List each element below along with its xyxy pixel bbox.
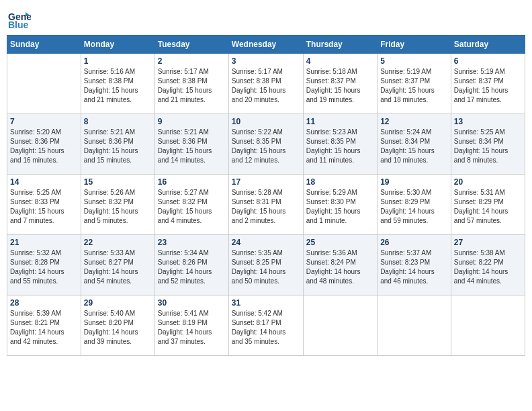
calendar-cell: 30Sunrise: 5:41 AM Sunset: 8:19 PM Dayli… bbox=[154, 295, 228, 356]
header: General Blue bbox=[7, 7, 525, 31]
day-info: Sunrise: 5:31 AM Sunset: 8:29 PM Dayligh… bbox=[454, 188, 522, 226]
day-info: Sunrise: 5:25 AM Sunset: 8:33 PM Dayligh… bbox=[10, 188, 78, 226]
calendar-cell: 16Sunrise: 5:27 AM Sunset: 8:32 PM Dayli… bbox=[154, 175, 228, 235]
calendar-week-row: 21Sunrise: 5:32 AM Sunset: 8:28 PM Dayli… bbox=[7, 235, 525, 295]
day-info: Sunrise: 5:18 AM Sunset: 8:37 PM Dayligh… bbox=[306, 67, 374, 105]
day-info: Sunrise: 5:21 AM Sunset: 8:36 PM Dayligh… bbox=[158, 128, 226, 165]
day-info: Sunrise: 5:40 AM Sunset: 8:20 PM Dayligh… bbox=[84, 309, 152, 347]
day-number: 2 bbox=[158, 56, 226, 66]
calendar-cell: 14Sunrise: 5:25 AM Sunset: 8:33 PM Dayli… bbox=[7, 175, 81, 235]
calendar-cell: 29Sunrise: 5:40 AM Sunset: 8:20 PM Dayli… bbox=[81, 295, 154, 356]
day-info: Sunrise: 5:19 AM Sunset: 8:37 PM Dayligh… bbox=[454, 67, 522, 105]
day-info: Sunrise: 5:20 AM Sunset: 8:36 PM Dayligh… bbox=[10, 128, 78, 165]
calendar-cell: 31Sunrise: 5:42 AM Sunset: 8:17 PM Dayli… bbox=[228, 295, 303, 356]
day-info: Sunrise: 5:19 AM Sunset: 8:37 PM Dayligh… bbox=[380, 67, 448, 105]
day-info: Sunrise: 5:36 AM Sunset: 8:24 PM Dayligh… bbox=[306, 248, 374, 286]
day-info: Sunrise: 5:30 AM Sunset: 8:29 PM Dayligh… bbox=[380, 188, 448, 226]
calendar-cell bbox=[378, 295, 451, 356]
calendar-cell: 3Sunrise: 5:17 AM Sunset: 8:38 PM Daylig… bbox=[228, 54, 303, 114]
day-number: 24 bbox=[232, 238, 300, 247]
calendar-cell: 4Sunrise: 5:18 AM Sunset: 8:37 PM Daylig… bbox=[303, 54, 377, 114]
day-number: 17 bbox=[232, 177, 300, 187]
calendar-cell: 21Sunrise: 5:32 AM Sunset: 8:28 PM Dayli… bbox=[7, 235, 81, 295]
day-number: 18 bbox=[306, 177, 374, 187]
calendar-week-row: 14Sunrise: 5:25 AM Sunset: 8:33 PM Dayli… bbox=[7, 175, 525, 235]
calendar-week-row: 7Sunrise: 5:20 AM Sunset: 8:36 PM Daylig… bbox=[7, 114, 525, 175]
calendar-cell: 7Sunrise: 5:20 AM Sunset: 8:36 PM Daylig… bbox=[7, 114, 81, 175]
calendar-cell: 27Sunrise: 5:38 AM Sunset: 8:22 PM Dayli… bbox=[451, 235, 525, 295]
calendar-cell: 18Sunrise: 5:29 AM Sunset: 8:30 PM Dayli… bbox=[303, 175, 377, 235]
calendar-cell: 8Sunrise: 5:21 AM Sunset: 8:36 PM Daylig… bbox=[81, 114, 154, 175]
day-info: Sunrise: 5:23 AM Sunset: 8:35 PM Dayligh… bbox=[306, 128, 374, 165]
calendar-cell: 25Sunrise: 5:36 AM Sunset: 8:24 PM Dayli… bbox=[303, 235, 377, 295]
day-number: 11 bbox=[306, 117, 374, 126]
weekday-header: Tuesday bbox=[154, 36, 228, 54]
day-number: 27 bbox=[454, 238, 522, 247]
calendar-cell: 15Sunrise: 5:26 AM Sunset: 8:32 PM Dayli… bbox=[81, 175, 154, 235]
day-info: Sunrise: 5:41 AM Sunset: 8:19 PM Dayligh… bbox=[158, 309, 226, 347]
day-number: 5 bbox=[380, 56, 448, 66]
calendar-cell: 22Sunrise: 5:33 AM Sunset: 8:27 PM Dayli… bbox=[81, 235, 154, 295]
day-number: 6 bbox=[454, 56, 522, 66]
day-number: 16 bbox=[158, 177, 226, 187]
logo-icon: General Blue bbox=[7, 7, 31, 31]
weekday-header: Monday bbox=[81, 36, 154, 54]
calendar-cell: 17Sunrise: 5:28 AM Sunset: 8:31 PM Dayli… bbox=[228, 175, 303, 235]
day-info: Sunrise: 5:37 AM Sunset: 8:23 PM Dayligh… bbox=[380, 248, 448, 286]
day-number: 13 bbox=[454, 117, 522, 126]
day-info: Sunrise: 5:35 AM Sunset: 8:25 PM Dayligh… bbox=[232, 248, 300, 286]
day-number: 25 bbox=[306, 238, 374, 247]
calendar-cell: 23Sunrise: 5:34 AM Sunset: 8:26 PM Dayli… bbox=[154, 235, 228, 295]
calendar-table: SundayMondayTuesdayWednesdayThursdayFrid… bbox=[7, 35, 525, 356]
day-number: 7 bbox=[10, 117, 78, 126]
day-number: 30 bbox=[158, 298, 226, 308]
calendar-cell: 1Sunrise: 5:16 AM Sunset: 8:38 PM Daylig… bbox=[81, 54, 154, 114]
day-info: Sunrise: 5:21 AM Sunset: 8:36 PM Dayligh… bbox=[84, 128, 152, 165]
calendar-cell: 2Sunrise: 5:17 AM Sunset: 8:38 PM Daylig… bbox=[154, 54, 228, 114]
day-info: Sunrise: 5:34 AM Sunset: 8:26 PM Dayligh… bbox=[158, 248, 226, 286]
day-info: Sunrise: 5:29 AM Sunset: 8:30 PM Dayligh… bbox=[306, 188, 374, 226]
day-info: Sunrise: 5:24 AM Sunset: 8:34 PM Dayligh… bbox=[380, 128, 448, 165]
calendar-week-row: 28Sunrise: 5:39 AM Sunset: 8:21 PM Dayli… bbox=[7, 295, 525, 356]
day-info: Sunrise: 5:38 AM Sunset: 8:22 PM Dayligh… bbox=[454, 248, 522, 286]
day-number: 8 bbox=[84, 117, 152, 126]
calendar-header: SundayMondayTuesdayWednesdayThursdayFrid… bbox=[7, 36, 525, 54]
calendar-cell: 13Sunrise: 5:25 AM Sunset: 8:34 PM Dayli… bbox=[451, 114, 525, 175]
day-number: 31 bbox=[232, 298, 300, 308]
day-number: 10 bbox=[232, 117, 300, 126]
calendar-cell bbox=[303, 295, 377, 356]
day-number: 26 bbox=[380, 238, 448, 247]
day-number: 22 bbox=[84, 238, 152, 247]
calendar-cell: 12Sunrise: 5:24 AM Sunset: 8:34 PM Dayli… bbox=[378, 114, 451, 175]
day-info: Sunrise: 5:32 AM Sunset: 8:28 PM Dayligh… bbox=[10, 248, 78, 286]
day-number: 19 bbox=[380, 177, 448, 187]
calendar-cell: 20Sunrise: 5:31 AM Sunset: 8:29 PM Dayli… bbox=[451, 175, 525, 235]
calendar-cell: 11Sunrise: 5:23 AM Sunset: 8:35 PM Dayli… bbox=[303, 114, 377, 175]
day-info: Sunrise: 5:27 AM Sunset: 8:32 PM Dayligh… bbox=[158, 188, 226, 226]
calendar-week-row: 1Sunrise: 5:16 AM Sunset: 8:38 PM Daylig… bbox=[7, 54, 525, 114]
svg-text:Blue: Blue bbox=[8, 19, 29, 30]
calendar-cell bbox=[451, 295, 525, 356]
day-info: Sunrise: 5:39 AM Sunset: 8:21 PM Dayligh… bbox=[10, 309, 78, 347]
day-info: Sunrise: 5:33 AM Sunset: 8:27 PM Dayligh… bbox=[84, 248, 152, 286]
calendar-cell: 6Sunrise: 5:19 AM Sunset: 8:37 PM Daylig… bbox=[451, 54, 525, 114]
day-number: 28 bbox=[10, 298, 78, 308]
weekday-header: Saturday bbox=[451, 36, 525, 54]
day-info: Sunrise: 5:16 AM Sunset: 8:38 PM Dayligh… bbox=[84, 67, 152, 105]
day-number: 23 bbox=[158, 238, 226, 247]
day-info: Sunrise: 5:17 AM Sunset: 8:38 PM Dayligh… bbox=[158, 67, 226, 105]
day-info: Sunrise: 5:25 AM Sunset: 8:34 PM Dayligh… bbox=[454, 128, 522, 165]
day-number: 20 bbox=[454, 177, 522, 187]
day-info: Sunrise: 5:42 AM Sunset: 8:17 PM Dayligh… bbox=[232, 309, 300, 347]
weekday-header: Thursday bbox=[303, 36, 377, 54]
calendar-cell: 5Sunrise: 5:19 AM Sunset: 8:37 PM Daylig… bbox=[378, 54, 451, 114]
calendar-cell: 9Sunrise: 5:21 AM Sunset: 8:36 PM Daylig… bbox=[154, 114, 228, 175]
logo: General Blue bbox=[7, 7, 31, 31]
day-number: 9 bbox=[158, 117, 226, 126]
day-number: 29 bbox=[84, 298, 152, 308]
calendar-cell: 10Sunrise: 5:22 AM Sunset: 8:35 PM Dayli… bbox=[228, 114, 303, 175]
day-number: 4 bbox=[306, 56, 374, 66]
calendar-cell: 24Sunrise: 5:35 AM Sunset: 8:25 PM Dayli… bbox=[228, 235, 303, 295]
calendar-cell: 19Sunrise: 5:30 AM Sunset: 8:29 PM Dayli… bbox=[378, 175, 451, 235]
day-info: Sunrise: 5:28 AM Sunset: 8:31 PM Dayligh… bbox=[232, 188, 300, 226]
